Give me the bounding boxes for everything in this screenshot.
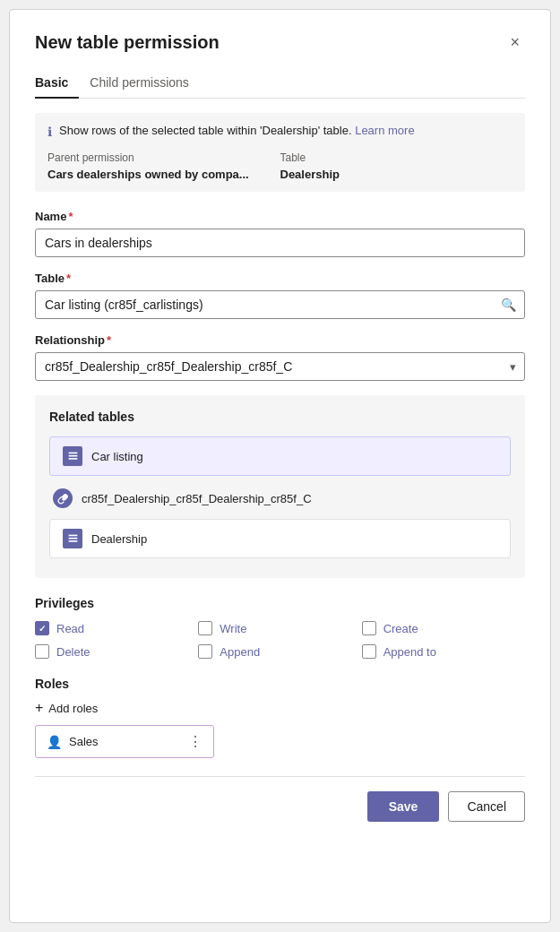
privilege-append-to: Append to (362, 644, 525, 659)
table-header: Table (280, 148, 513, 168)
related-table-dealership-label: Dealership (91, 532, 147, 546)
relationship-label: Relationship* (35, 333, 525, 347)
related-relationship-label: cr85f_Dealership_cr85f_Dealership_cr85f_… (82, 492, 312, 505)
svg-rect-0 (68, 452, 77, 453)
related-relationship-link: cr85f_Dealership_cr85f_Dealership_cr85f_… (49, 481, 511, 515)
tab-bar: Basic Child permissions (35, 68, 525, 99)
privilege-write-label[interactable]: Write (220, 622, 246, 635)
table-icon-car-listing (63, 446, 82, 466)
info-message-row: ℹ Show rows of the selected table within… (47, 124, 513, 139)
checkbox-read[interactable] (35, 621, 49, 635)
related-table-car-listing-label: Car listing (91, 450, 143, 463)
parent-permission-value: Cars dealerships owned by compa... (47, 168, 280, 181)
table-search-wrap: 🔍 (35, 290, 525, 319)
privilege-read: Read (35, 621, 198, 635)
add-roles-button[interactable]: + Add roles (35, 700, 98, 716)
dialog-footer: Save Cancel (35, 791, 525, 822)
privileges-section: Privileges Read Write Create Delete Appe… (35, 596, 525, 659)
new-table-permission-dialog: New table permission × Basic Child permi… (9, 9, 551, 923)
tab-basic[interactable]: Basic (35, 68, 79, 99)
table-value: Dealership (280, 168, 513, 181)
checkbox-append[interactable] (198, 644, 212, 659)
role-sales-label: Sales (69, 735, 99, 748)
link-icon (53, 488, 73, 508)
learn-more-link[interactable]: Learn more (355, 124, 414, 137)
privileges-title: Privileges (35, 596, 525, 610)
related-table-dealership[interactable]: Dealership (49, 519, 511, 558)
privilege-append-label[interactable]: Append (220, 645, 260, 659)
roles-section: Roles + Add roles 👤 Sales ⋮ (35, 677, 525, 758)
name-input[interactable] (35, 229, 525, 257)
privilege-read-label[interactable]: Read (56, 622, 84, 635)
checkbox-write[interactable] (198, 621, 212, 635)
role-tag-left: 👤 Sales (47, 735, 99, 749)
close-button[interactable]: × (504, 31, 525, 54)
name-field-group: Name* (35, 210, 525, 257)
dialog-title: New table permission (35, 32, 220, 53)
table-input[interactable] (35, 290, 525, 319)
privilege-write: Write (198, 621, 361, 635)
related-tables-section: Related tables Car listing cr85f_Dealers… (35, 395, 525, 578)
plus-icon: + (35, 700, 43, 716)
cancel-button[interactable]: Cancel (448, 791, 525, 822)
relationship-field-group: Relationship* ▾ (35, 333, 525, 381)
info-message: Show rows of the selected table within '… (59, 124, 415, 137)
relationship-select-wrap: ▾ (35, 352, 525, 381)
add-roles-label: Add roles (48, 702, 98, 715)
roles-title: Roles (35, 677, 525, 691)
chevron-down-icon: ▾ (510, 360, 516, 374)
table-field-group: Table* 🔍 (35, 272, 525, 319)
related-tables-title: Related tables (49, 410, 511, 424)
privilege-delete: Delete (35, 644, 198, 659)
info-box: ℹ Show rows of the selected table within… (35, 113, 525, 192)
role-context-menu-icon[interactable]: ⋮ (188, 733, 202, 750)
svg-rect-3 (68, 534, 77, 536)
relationship-input[interactable] (35, 352, 525, 381)
privilege-create-label[interactable]: Create (383, 622, 418, 635)
person-icon: 👤 (47, 735, 62, 749)
checkbox-delete[interactable] (35, 644, 49, 659)
checkbox-create[interactable] (362, 621, 376, 635)
tab-child-permissions[interactable]: Child permissions (79, 68, 199, 99)
table-search-icon: 🔍 (501, 298, 516, 312)
name-label: Name* (35, 210, 525, 223)
info-table: Parent permission Table Cars dealerships… (47, 148, 513, 181)
svg-rect-5 (68, 540, 77, 542)
privileges-grid: Read Write Create Delete Append Append t… (35, 621, 525, 659)
svg-rect-1 (68, 454, 77, 456)
svg-rect-2 (68, 458, 77, 460)
footer-divider (35, 776, 525, 777)
save-button[interactable]: Save (367, 791, 440, 822)
privilege-append: Append (198, 644, 361, 659)
privilege-delete-label[interactable]: Delete (56, 645, 90, 659)
table-label: Table* (35, 272, 525, 285)
checkbox-append-to[interactable] (362, 644, 376, 659)
related-table-car-listing[interactable]: Car listing (49, 436, 511, 476)
dialog-header: New table permission × (35, 31, 525, 54)
parent-permission-header: Parent permission (47, 148, 280, 168)
svg-rect-4 (68, 537, 77, 539)
info-icon: ℹ (47, 125, 52, 139)
privilege-create: Create (362, 621, 525, 635)
table-icon-dealership (63, 529, 82, 548)
role-tag-sales: 👤 Sales ⋮ (35, 725, 214, 758)
privilege-append-to-label[interactable]: Append to (383, 645, 436, 659)
